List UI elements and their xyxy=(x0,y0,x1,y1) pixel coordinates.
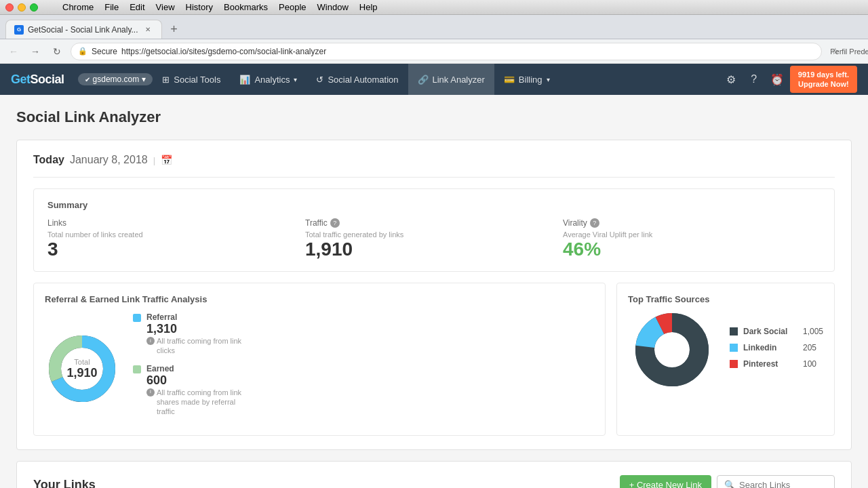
donut-chart: Total 1,910 xyxy=(45,331,119,406)
settings-button[interactable]: ⚙ xyxy=(721,69,741,89)
social-automation-icon: ↺ xyxy=(316,75,323,85)
pie-legend-linkedin: Linkedin 205 xyxy=(730,343,823,352)
referral-legend-name: Referral xyxy=(146,312,255,322)
nav-link-analyzer-label: Link Analyzer xyxy=(433,75,485,85)
extensions-area: Perfil Predell... xyxy=(846,43,863,60)
mac-menu-view[interactable]: View xyxy=(156,2,175,12)
analytics-chevron-icon: ▾ xyxy=(294,76,297,83)
referral-info-icon[interactable]: i xyxy=(146,337,155,345)
mac-menu-chrome[interactable]: Chrome xyxy=(62,2,94,12)
dark-social-value: 1,005 xyxy=(803,327,823,336)
mac-menu-edit[interactable]: Edit xyxy=(130,2,144,12)
summary-title: Summary xyxy=(47,200,821,210)
traffic-help-icon[interactable]: ? xyxy=(330,218,340,228)
create-new-link-button[interactable]: + Create New Link xyxy=(620,475,711,488)
virality-metric: Virality ? Average Viral Uplift per link… xyxy=(563,218,821,260)
virality-help-icon[interactable]: ? xyxy=(590,218,599,228)
nav-billing[interactable]: 💳 Billing ▾ xyxy=(494,64,559,95)
pinterest-dot xyxy=(730,360,738,368)
mac-menu-bar: Chrome File Edit View History Bookmarks … xyxy=(52,2,378,12)
nav-link-analyzer[interactable]: 🔗 Link Analyzer xyxy=(408,64,494,95)
nav-billing-label: Billing xyxy=(519,75,542,85)
pinterest-label: Pinterest xyxy=(743,359,797,369)
mac-menu-help[interactable]: Help xyxy=(359,2,378,12)
today-label: Today xyxy=(33,154,64,166)
app-nav: GetSocial ✔ gsdemo.com ▾ ⊞ Social Tools … xyxy=(0,64,868,95)
app-logo[interactable]: GetSocial xyxy=(11,73,64,87)
fullscreen-dot[interactable] xyxy=(30,3,38,12)
calendar-icon[interactable]: 📅 xyxy=(161,155,172,165)
pie-chart-svg xyxy=(628,312,716,389)
nav-social-tools-label: Social Tools xyxy=(174,75,220,85)
billing-chevron-icon: ▾ xyxy=(547,76,550,83)
help-button[interactable]: ? xyxy=(744,69,764,89)
domain-selector[interactable]: ✔ gsdemo.com ▾ xyxy=(78,73,153,85)
upgrade-line2: Upgrade Now! xyxy=(798,79,849,89)
earned-legend-name: Earned xyxy=(146,364,255,373)
address-url: https://getsocial.io/sites/gsdemo-com/so… xyxy=(121,47,326,56)
reload-button[interactable]: ↻ xyxy=(49,43,65,60)
page-content: Social Link Analyzer Today January 8, 20… xyxy=(0,95,868,488)
donut-center-label: Total 1,910 xyxy=(66,357,97,380)
chrome-tab-active[interactable]: G GetSocial - Social Link Analy... ✕ xyxy=(5,20,162,39)
search-links-container: 🔍 xyxy=(717,475,835,488)
virality-sublabel: Average Viral Uplift per link xyxy=(563,230,807,239)
charts-row: Referral & Earned Link Traffic Analysis xyxy=(33,283,835,436)
chrome-actions: ☆ Perfil Predell... xyxy=(827,43,863,60)
virality-label: Virality ? xyxy=(563,218,807,228)
chrome-tabbar: G GetSocial - Social Link Analy... ✕ + xyxy=(0,15,868,39)
date-header: Today January 8, 2018 | 📅 xyxy=(33,154,835,178)
domain-label: gsdemo.com xyxy=(93,75,140,84)
nav-social-automation[interactable]: ↺ Social Automation xyxy=(307,64,408,95)
summary-section: Summary Links Total number of links crea… xyxy=(33,188,835,272)
domain-chevron-icon: ▾ xyxy=(142,75,146,84)
mac-window-controls[interactable] xyxy=(5,3,38,12)
upgrade-button[interactable]: 9919 days left. Upgrade Now! xyxy=(790,66,857,94)
mac-menu-file[interactable]: File xyxy=(104,2,119,12)
link-analyzer-icon: 🔗 xyxy=(418,75,429,85)
referral-legend-desc: i All traffic coming from link clicks xyxy=(146,336,255,356)
earned-info-icon[interactable]: i xyxy=(146,388,155,396)
search-links-input[interactable] xyxy=(739,480,827,488)
social-tools-icon: ⊞ xyxy=(162,75,170,85)
address-bar[interactable]: 🔒 Secure https://getsocial.io/sites/gsde… xyxy=(71,43,822,60)
mac-menu-bookmarks[interactable]: Bookmarks xyxy=(224,2,268,12)
tab-close-button[interactable]: ✕ xyxy=(142,24,153,35)
dark-social-label: Dark Social xyxy=(743,327,797,336)
your-links-card: Your Links + Create New Link 🔍 xyxy=(16,461,852,488)
mac-titlebar: Chrome File Edit View History Bookmarks … xyxy=(0,0,868,15)
traffic-metric: Traffic ? Total traffic generated by lin… xyxy=(305,218,563,260)
pie-chart-card: Top Traffic Sources xyxy=(616,283,835,436)
forward-button[interactable]: → xyxy=(27,43,43,60)
nav-social-tools[interactable]: ⊞ Social Tools xyxy=(153,64,230,95)
new-tab-button[interactable]: + xyxy=(165,20,184,39)
earned-legend-value: 600 xyxy=(146,373,255,388)
links-section-title: Your Links xyxy=(33,478,96,488)
analytics-icon: 📊 xyxy=(239,75,250,85)
links-metric: Links Total number of links created 3 xyxy=(47,218,305,260)
donut-section: Total 1,910 Referral 1,310 i xyxy=(45,312,594,424)
pie-section: Dark Social 1,005 Linkedin 205 Pinterest… xyxy=(628,312,823,389)
mac-menu-history[interactable]: History xyxy=(186,2,213,12)
nav-social-automation-label: Social Automation xyxy=(328,75,398,85)
pinterest-value: 100 xyxy=(803,359,816,369)
mac-menu-window[interactable]: Window xyxy=(317,2,349,12)
close-dot[interactable] xyxy=(5,3,14,12)
address-secure-label: Secure xyxy=(92,47,117,56)
billing-icon: 💳 xyxy=(504,75,515,85)
pie-legend: Dark Social 1,005 Linkedin 205 Pinterest… xyxy=(730,327,823,375)
search-icon: 🔍 xyxy=(724,480,735,488)
earned-legend-item: Earned 600 i All traffic coming from lin… xyxy=(133,364,255,417)
back-button[interactable]: ← xyxy=(5,43,22,60)
donut-chart-title: Referral & Earned Link Traffic Analysis xyxy=(45,294,594,304)
notifications-button[interactable]: ⏰ xyxy=(767,69,787,89)
mac-menu-people[interactable]: People xyxy=(279,2,306,12)
minimize-dot[interactable] xyxy=(18,3,26,12)
pie-chart-title: Top Traffic Sources xyxy=(628,294,823,304)
nav-analytics[interactable]: 📊 Analytics ▾ xyxy=(230,64,307,95)
pie-legend-pinterest: Pinterest 100 xyxy=(730,359,823,369)
referral-legend-dot xyxy=(133,314,141,322)
referral-legend-item: Referral 1,310 i All traffic coming from… xyxy=(133,312,255,356)
referral-legend-value: 1,310 xyxy=(146,322,255,336)
links-value: 3 xyxy=(47,239,292,260)
